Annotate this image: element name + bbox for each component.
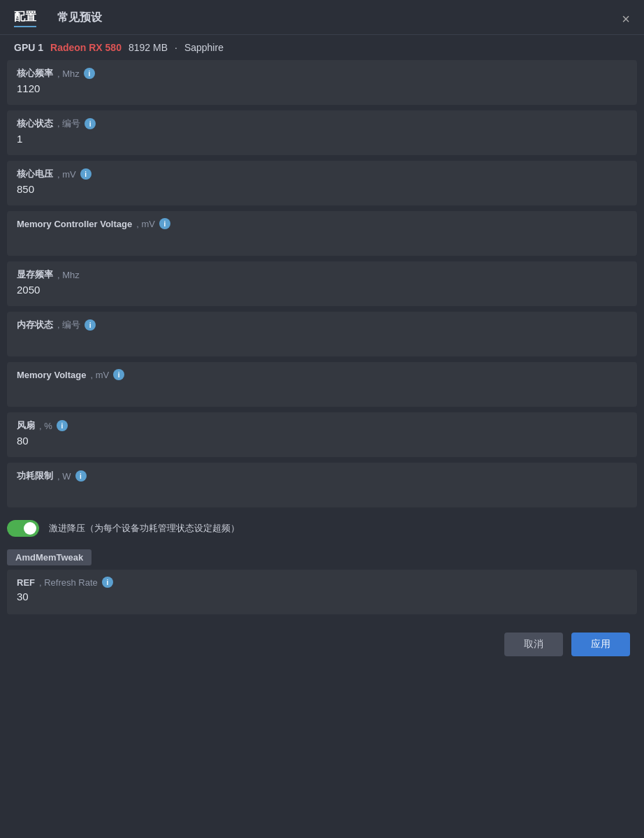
- field-core-voltage-unit: , mV: [57, 169, 76, 180]
- field-mem-state: 内存状态 , 编号 i: [7, 312, 637, 356]
- field-mem-freq-label: 显存频率: [17, 268, 53, 281]
- field-mem-ctrl-voltage-unit: , mV: [136, 219, 155, 229]
- toggle-label: 激进降压（为每个设备功耗管理状态设定超频）: [49, 522, 240, 535]
- dialog: 配置 常见预设 × GPU 1 Radeon RX 580 8192 MB · …: [0, 0, 644, 838]
- cancel-button[interactable]: 取消: [504, 633, 563, 656]
- ref-section: REF , Refresh Rate i 30: [0, 570, 644, 614]
- amdmem-label: AmdMemTweak: [7, 549, 92, 565]
- field-mem-voltage-label-row: Memory Voltage , mV i: [17, 369, 627, 380]
- field-mem-voltage-info[interactable]: i: [113, 369, 124, 380]
- field-core-state-sublabel: , 编号: [57, 117, 80, 130]
- footer: 取消 应用: [0, 621, 644, 667]
- field-mem-state-sublabel: , 编号: [57, 319, 80, 331]
- field-ref-label: REF: [17, 577, 35, 588]
- field-core-voltage-value[interactable]: 850: [17, 183, 627, 195]
- field-mem-freq: 显存频率 , Mhz 2050: [7, 261, 637, 306]
- tab-config[interactable]: 配置: [14, 10, 36, 27]
- amdmem-section: AmdMemTweak: [0, 544, 644, 570]
- field-ref-unit: , Refresh Rate: [39, 577, 98, 588]
- field-fan-unit: , %: [39, 421, 52, 431]
- field-mem-freq-value[interactable]: 2050: [17, 284, 627, 296]
- field-ref-value[interactable]: 30: [17, 591, 627, 602]
- gpu-separator: ·: [175, 42, 177, 53]
- field-core-state-info[interactable]: i: [85, 118, 96, 129]
- field-ref-label-row: REF , Refresh Rate i: [17, 577, 627, 588]
- field-mem-state-label: 内存状态: [17, 319, 53, 331]
- field-core-voltage-label-row: 核心电压 , mV i: [17, 168, 627, 180]
- field-power-limit-value[interactable]: [17, 485, 627, 499]
- field-core-freq-info[interactable]: i: [84, 68, 95, 79]
- field-core-state-label: 核心状态: [17, 117, 53, 130]
- aggressive-undervolt-toggle[interactable]: [7, 520, 39, 537]
- gpu-memory: 8192 MB: [129, 42, 168, 53]
- field-mem-voltage-value[interactable]: [17, 383, 627, 397]
- field-core-freq: 核心频率 , Mhz i 1120: [7, 60, 637, 105]
- field-fan: 风扇 , % i 80: [7, 412, 637, 457]
- apply-button[interactable]: 应用: [571, 633, 630, 656]
- field-mem-ctrl-voltage-label-row: Memory Controller Voltage , mV i: [17, 218, 627, 229]
- field-mem-state-label-row: 内存状态 , 编号 i: [17, 319, 627, 331]
- field-mem-voltage-label: Memory Voltage: [17, 370, 86, 380]
- field-mem-ctrl-voltage: Memory Controller Voltage , mV i: [7, 211, 637, 256]
- field-ref: REF , Refresh Rate i 30: [7, 570, 637, 614]
- gpu-name: Radeon RX 580: [50, 42, 122, 53]
- field-fan-value[interactable]: 80: [17, 435, 627, 447]
- field-power-limit-unit: , W: [57, 471, 71, 482]
- field-mem-freq-unit: , Mhz: [57, 270, 80, 280]
- field-mem-ctrl-voltage-value[interactable]: [17, 232, 627, 246]
- field-mem-freq-label-row: 显存频率 , Mhz: [17, 268, 627, 281]
- field-core-voltage: 核心电压 , mV i 850: [7, 161, 637, 205]
- field-core-state-value[interactable]: 1: [17, 133, 627, 145]
- field-fan-label: 风扇: [17, 419, 35, 432]
- field-core-state: 核心状态 , 编号 i 1: [7, 110, 637, 155]
- field-core-freq-label-row: 核心频率 , Mhz i: [17, 67, 627, 80]
- field-core-voltage-info[interactable]: i: [80, 168, 92, 180]
- field-fan-label-row: 风扇 , % i: [17, 419, 627, 432]
- field-power-limit: 功耗限制 , W i: [7, 463, 637, 507]
- field-mem-state-value[interactable]: [17, 334, 627, 348]
- toggle-row: 激进降压（为每个设备功耗管理状态设定超频）: [0, 513, 644, 544]
- fields-container: 核心频率 , Mhz i 1120 核心状态 , 编号 i 1 核心电压 , m…: [0, 60, 644, 507]
- field-core-freq-label: 核心频率: [17, 67, 53, 80]
- field-mem-state-info[interactable]: i: [85, 319, 96, 331]
- field-power-limit-info[interactable]: i: [75, 470, 87, 482]
- field-power-limit-label-row: 功耗限制 , W i: [17, 470, 627, 482]
- field-ref-info[interactable]: i: [102, 577, 113, 588]
- field-mem-ctrl-voltage-info[interactable]: i: [159, 218, 170, 229]
- field-core-freq-value[interactable]: 1120: [17, 82, 627, 94]
- close-button[interactable]: ×: [622, 12, 630, 26]
- field-fan-info[interactable]: i: [57, 420, 68, 431]
- field-power-limit-label: 功耗限制: [17, 470, 53, 482]
- field-core-freq-unit: , Mhz: [57, 68, 80, 79]
- header: 配置 常见预设 ×: [0, 0, 644, 35]
- gpu-brand: Sapphire: [184, 42, 224, 53]
- tab-presets[interactable]: 常见预设: [57, 10, 102, 27]
- field-core-voltage-label: 核心电压: [17, 168, 53, 180]
- field-mem-voltage: Memory Voltage , mV i: [7, 362, 637, 407]
- toggle-thumb: [24, 522, 36, 535]
- gpu-row: GPU 1 Radeon RX 580 8192 MB · Sapphire: [0, 35, 644, 60]
- gpu-label: GPU 1: [14, 42, 43, 53]
- field-mem-voltage-unit: , mV: [90, 370, 109, 380]
- field-core-state-label-row: 核心状态 , 编号 i: [17, 117, 627, 130]
- field-mem-ctrl-voltage-label: Memory Controller Voltage: [17, 219, 132, 229]
